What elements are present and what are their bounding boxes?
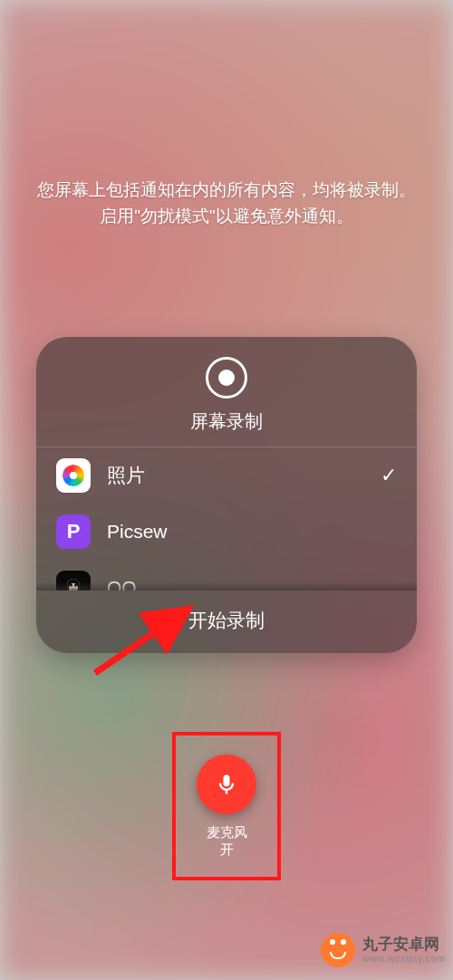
- watermark-url: www.wzsqsy.com: [362, 953, 446, 964]
- microphone-toggle-button[interactable]: [197, 754, 256, 814]
- watermark: 丸子安卓网 www.wzsqsy.com: [321, 933, 446, 967]
- app-label: 照片: [107, 463, 364, 488]
- app-row-picsew[interactable]: P Picsew: [36, 504, 417, 560]
- watermark-brand: 丸子安卓网: [362, 937, 446, 954]
- panel-header: 屏幕录制: [36, 337, 417, 447]
- microphone-status-label: 麦克风 开: [207, 823, 247, 859]
- destination-app-list[interactable]: 照片 ✓ P Picsew QQ: [36, 447, 417, 591]
- watermark-logo-icon: [321, 933, 355, 967]
- annotation-highlight-box: 麦克风 开: [172, 732, 281, 880]
- start-label: 开始录制: [188, 610, 265, 630]
- start-recording-button[interactable]: 开始录制: [36, 591, 417, 653]
- panel-title: 屏幕录制: [190, 409, 263, 434]
- app-label: Picsew: [107, 521, 397, 543]
- picsew-app-icon: P: [56, 514, 91, 549]
- photos-app-icon: [56, 458, 91, 493]
- app-row-photos[interactable]: 照片 ✓: [36, 447, 417, 504]
- screen-recording-panel: 屏幕录制 照片 ✓ P Picsew QQ 开始录制: [36, 337, 417, 653]
- record-icon: [206, 357, 247, 399]
- recording-hint-text: 您屏幕上包括通知在内的所有内容，均将被录制。启用"勿扰模式"以避免意外通知。: [36, 177, 417, 230]
- microphone-icon: [214, 772, 239, 797]
- checkmark-icon: ✓: [381, 464, 397, 487]
